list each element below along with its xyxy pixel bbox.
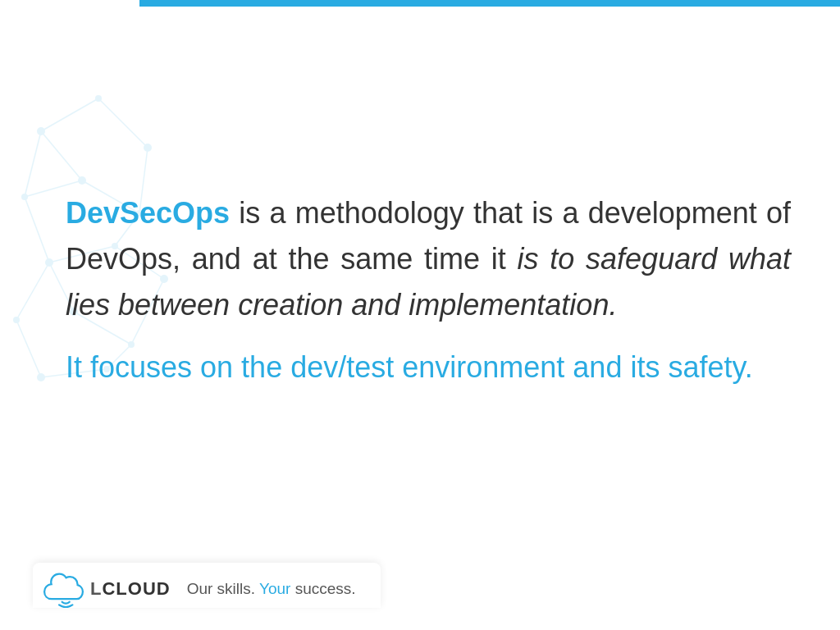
logo-text: LCLOUD <box>90 578 171 600</box>
svg-line-29 <box>16 320 41 377</box>
svg-line-21 <box>25 197 49 262</box>
logo-container: LCLOUD <box>41 571 171 608</box>
footer: LCLOUD Our skills. Your success. <box>0 540 840 630</box>
brand-name: DevSecOps <box>66 196 230 230</box>
tagline: Our skills. Your success. <box>187 580 356 598</box>
cloud-icon <box>41 571 86 608</box>
footer-card: LCLOUD Our skills. Your success. <box>33 563 381 608</box>
tagline-highlight: Your <box>259 580 290 597</box>
svg-line-16 <box>25 131 41 197</box>
paragraph-2: It focuses on the dev/test environment a… <box>66 345 791 390</box>
paragraph-1: DevSecOps is a methodology that is a dev… <box>66 190 791 327</box>
main-content: DevSecOps is a methodology that is a dev… <box>66 49 791 532</box>
svg-line-25 <box>16 262 49 320</box>
top-accent-bar <box>139 0 840 7</box>
